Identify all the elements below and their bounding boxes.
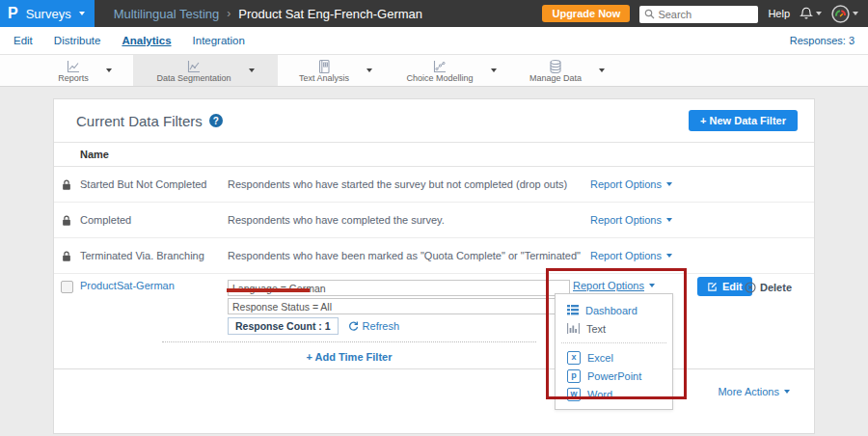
delete-circle-x-icon xyxy=(745,282,756,293)
add-time-filter-row: + Add Time Filter xyxy=(162,341,536,368)
chevron-down-icon[interactable] xyxy=(249,68,255,72)
top-navbar: P Surveys Multilingual Testing › Product… xyxy=(0,0,868,27)
menu-items: Edit Distribute Analytics Integration xyxy=(3,28,256,53)
chevron-down-icon[interactable] xyxy=(106,68,112,72)
tab-data-segmentation[interactable]: Data Segmentation xyxy=(133,55,278,86)
chevron-down-icon xyxy=(666,182,672,186)
menu-item-distribute[interactable]: Distribute xyxy=(43,28,112,53)
text-analysis-book-icon xyxy=(316,59,332,74)
chevron-down-icon xyxy=(649,284,655,287)
breadcrumb-separator-icon: › xyxy=(227,7,231,20)
dropdown-item-excel[interactable]: x Excel xyxy=(556,348,672,367)
tab-choice-modelling[interactable]: Choice Modelling xyxy=(393,55,509,86)
filter-criteria-input[interactable] xyxy=(228,280,570,296)
chevron-down-icon xyxy=(816,12,822,15)
report-options-link-open[interactable]: Report Options xyxy=(573,280,655,291)
chevron-down-icon xyxy=(784,390,790,394)
report-options-link[interactable]: Report Options xyxy=(590,178,672,190)
filter-description: Respondents who have started the survey … xyxy=(228,178,590,190)
tab-reports[interactable]: Reports xyxy=(37,55,133,86)
search-input[interactable] xyxy=(639,6,758,23)
active-filter-row: ProductSat-German Response Count : 1 Ref… xyxy=(54,274,814,341)
table-row: Terminated Via. Branching Respondents wh… xyxy=(54,238,814,274)
delete-label: Delete xyxy=(760,282,792,293)
lock-icon xyxy=(61,250,72,262)
filter-name: Started But Not Completed xyxy=(80,178,228,190)
account-menu[interactable] xyxy=(831,5,858,23)
more-actions-row: More Actions xyxy=(54,369,814,399)
navbar-right: Upgrade Now Help xyxy=(542,5,868,23)
card-header: Current Data Filters ? + New Data Filter xyxy=(54,99,814,142)
refresh-icon xyxy=(347,320,359,332)
report-options-link[interactable]: Report Options xyxy=(590,250,672,261)
chevron-down-icon[interactable] xyxy=(491,68,497,72)
segmentation-chart-icon xyxy=(186,59,202,74)
page-body: Current Data Filters ? + New Data Filter… xyxy=(0,87,868,436)
lock-icon xyxy=(61,214,72,227)
add-time-filter-link[interactable]: + Add Time Filter xyxy=(307,351,393,363)
table-row: Started But Not Completed Respondents wh… xyxy=(54,167,814,203)
chevron-down-icon[interactable] xyxy=(599,68,605,72)
help-circle-icon[interactable]: ? xyxy=(209,114,223,127)
edit-pencil-icon xyxy=(707,282,718,292)
line-chart-icon xyxy=(66,59,81,74)
report-options-link[interactable]: Report Options xyxy=(590,214,672,226)
notifications-button[interactable] xyxy=(800,7,822,20)
chevron-down-icon xyxy=(79,12,85,15)
filter-description: Respondents who have completed the surve… xyxy=(228,214,590,226)
response-status-input[interactable] xyxy=(228,298,570,314)
choice-modelling-icon xyxy=(432,59,448,74)
more-actions-link[interactable]: More Actions xyxy=(718,386,790,397)
toolbar-item-label: Data Segmentation xyxy=(156,73,231,83)
analytics-toolbar: Reports Data Segmentation Text Analysis … xyxy=(0,55,868,87)
filter-description: Respondents who have been marked as "Quo… xyxy=(228,250,590,261)
breadcrumb-current: Product Sat Eng-French-German xyxy=(238,7,422,21)
dropdown-item-label: Dashboard xyxy=(585,305,637,316)
tab-text-analysis[interactable]: Text Analysis xyxy=(278,55,393,86)
dropdown-divider xyxy=(561,342,666,343)
filter-name-link[interactable]: ProductSat-German xyxy=(80,280,228,291)
menu-item-analytics[interactable]: Analytics xyxy=(111,28,181,53)
toolbar-item-label: Manage Data xyxy=(529,73,582,83)
page-title: Current Data Filters ? xyxy=(76,113,223,129)
refresh-link[interactable]: Refresh xyxy=(347,320,400,332)
dropdown-item-label: PowerPoint xyxy=(587,370,641,382)
chevron-down-icon xyxy=(666,254,672,258)
dropdown-item-word[interactable]: w Word xyxy=(556,385,672,403)
row-checkbox[interactable] xyxy=(61,281,73,293)
dropdown-item-text[interactable]: Text xyxy=(556,319,672,338)
table-row: Completed Respondents who have completed… xyxy=(54,203,814,238)
dropdown-item-label: Word xyxy=(587,389,612,400)
dropdown-item-powerpoint[interactable]: p PowerPoint xyxy=(556,367,672,385)
responses-count: Responses: 3 xyxy=(790,35,868,46)
report-options-dropdown: Dashboard Text x Excel p PowerPoint w Wo… xyxy=(555,293,673,410)
help-link[interactable]: Help xyxy=(768,8,790,19)
delete-button[interactable]: Delete xyxy=(745,282,792,293)
chevron-down-icon[interactable] xyxy=(366,68,372,72)
upgrade-now-button[interactable]: Upgrade Now xyxy=(542,5,630,22)
report-options-label: Report Options xyxy=(590,250,662,261)
search-box xyxy=(639,5,758,23)
database-icon xyxy=(548,59,563,74)
menu-item-integration[interactable]: Integration xyxy=(182,28,256,53)
new-data-filter-button[interactable]: + New Data Filter xyxy=(689,110,798,131)
search-icon xyxy=(644,9,655,19)
questionpro-logo-icon: P xyxy=(8,5,18,22)
dropdown-item-dashboard[interactable]: Dashboard xyxy=(556,301,672,319)
breadcrumb-parent[interactable]: Multilingual Testing xyxy=(114,7,220,21)
refresh-label: Refresh xyxy=(363,320,400,332)
excel-file-icon: x xyxy=(567,351,581,365)
response-count-badge: Response Count : 1 xyxy=(228,317,339,335)
survey-menubar: Edit Distribute Analytics Integration Re… xyxy=(0,27,868,55)
menu-item-edit[interactable]: Edit xyxy=(3,28,43,53)
more-actions-label: More Actions xyxy=(718,386,779,397)
tab-manage-data[interactable]: Manage Data xyxy=(509,55,625,86)
bell-icon xyxy=(800,7,813,20)
filter-name: Completed xyxy=(80,214,228,226)
word-file-icon: w xyxy=(567,388,581,401)
toolbar-item-label: Choice Modelling xyxy=(406,73,473,83)
powerpoint-file-icon: p xyxy=(567,369,581,383)
avatar-gauge-icon xyxy=(831,5,850,23)
surveys-menu[interactable]: P Surveys xyxy=(0,0,95,27)
toolbar-item-label: Text Analysis xyxy=(299,73,349,83)
